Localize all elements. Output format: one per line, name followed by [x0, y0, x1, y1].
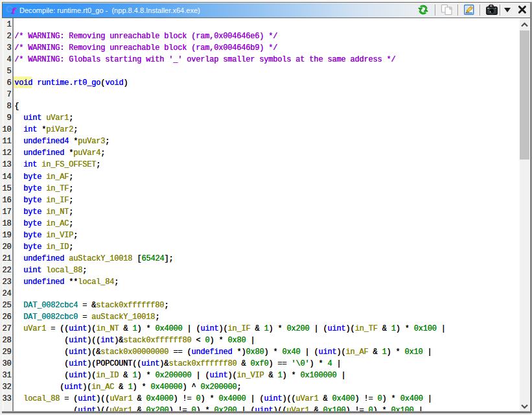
code-line[interactable]: uint local_88;	[14, 265, 445, 276]
toolbar-separator	[500, 5, 500, 16]
line-number: 25	[0, 300, 12, 311]
code-line[interactable]: byte in_VIP;	[14, 230, 445, 241]
window-title: Decompile: runtime.rt0_go - (npp.8.4.8.I…	[19, 3, 200, 18]
refresh-icon[interactable]	[418, 5, 428, 15]
code-line[interactable]: void runtime.rt0_go(void)	[14, 77, 445, 89]
line-number: 11	[0, 136, 12, 147]
code-line[interactable]: (uint)(POPCOUNT((uint)&stack0xffffff80 &…	[14, 358, 445, 370]
line-numbers: 1234567891011121314151617181920212223242…	[0, 19, 12, 405]
line-number: 1	[0, 19, 12, 30]
code-line[interactable]	[14, 65, 445, 77]
line-number: 13	[0, 159, 12, 171]
code-line[interactable]: byte in_AF;	[14, 171, 445, 183]
line-number: 31	[0, 370, 12, 381]
line-number: 21	[0, 253, 12, 265]
line-number: 22	[0, 265, 12, 276]
decompiled-source[interactable]: /* WARNING: Removing unreachable block (…	[14, 19, 445, 410]
line-number: 12	[0, 147, 12, 159]
line-number: 6	[0, 77, 12, 89]
svg-text:f: f	[11, 6, 17, 16]
code-line[interactable]: undefined **local_84;	[14, 276, 445, 288]
toolbar-separator	[480, 5, 480, 16]
line-number: 17	[0, 206, 12, 218]
code-line[interactable]: (uint)(in_ID & 1) * 0x200000 | (uint)(in…	[14, 370, 445, 381]
line-number: 8	[0, 101, 12, 112]
scrollbar-thumb[interactable]	[520, 30, 529, 160]
line-number: 2	[0, 30, 12, 42]
code-line[interactable]: int in_FS_OFFSET;	[14, 159, 445, 171]
line-number: 7	[0, 89, 12, 101]
code-line[interactable]	[14, 288, 445, 300]
scroll-down-icon[interactable]	[520, 403, 529, 410]
code-line[interactable]: byte in_IF;	[14, 195, 445, 206]
close-icon[interactable]	[517, 5, 527, 15]
code-line[interactable]: DAT_0082cbc0 = auStackY_10018;	[14, 311, 445, 323]
line-number: 32	[0, 381, 12, 393]
copy-icon[interactable]	[441, 5, 453, 15]
line-number: 18	[0, 218, 12, 230]
decompiler-panel: 1234567891011121314151617181920212223242…	[0, 18, 530, 411]
toolbar-separator	[457, 5, 458, 16]
code-line[interactable]: (uint)((int)&stack0xffffff80 < 0) * 0x80…	[14, 335, 445, 346]
toolbar-separator	[435, 5, 435, 16]
code-line[interactable]: {	[14, 101, 445, 112]
code-line[interactable]: /* WARNING: Removing unreachable block (…	[14, 42, 445, 54]
code-line[interactable]: undefined4 *puVar3;	[14, 136, 445, 147]
dropdown-arrow-icon[interactable]	[504, 8, 511, 12]
code-line[interactable]: local_88 = (uint)((uVar1 & 0x4000) != 0)…	[14, 393, 445, 405]
line-number: 30	[0, 358, 12, 370]
code-line[interactable]: int *piVar2;	[14, 124, 445, 136]
code-line[interactable]: byte in_AC;	[14, 218, 445, 230]
decompile-window: C f Decompile: runtime.rt0_go - (npp.8.4…	[0, 0, 532, 415]
line-number: 16	[0, 195, 12, 206]
line-number: 29	[0, 346, 12, 358]
line-number: 9	[0, 112, 12, 124]
camera-icon[interactable]	[486, 5, 498, 15]
code-line[interactable]: /* WARNING: Globals starting with '_' ov…	[14, 54, 445, 65]
code-line[interactable]: byte in_ID;	[14, 241, 445, 253]
code-line[interactable]: (uint)(in_AC & 1) * 0x40000) ^ 0x200000;	[14, 381, 445, 393]
line-number: 20	[0, 241, 12, 253]
code-line[interactable]: byte in_NT;	[14, 206, 445, 218]
titlebar[interactable]: C f Decompile: runtime.rt0_go - (npp.8.4…	[2, 2, 531, 18]
line-number: 26	[0, 311, 12, 323]
line-number: 19	[0, 230, 12, 241]
line-number: 27	[0, 323, 12, 335]
vertical-scrollbar[interactable]	[520, 18, 530, 411]
code-line[interactable]: byte in_TF;	[14, 183, 445, 195]
code-line[interactable]	[14, 89, 445, 101]
code-line[interactable]	[14, 19, 445, 30]
line-number: 23	[0, 276, 12, 288]
edit-icon[interactable]	[464, 5, 474, 15]
code-line[interactable]: undefined *puVar4;	[14, 147, 445, 159]
code-line[interactable]: DAT_0082cbc4 = &stack0xffffff80;	[14, 300, 445, 311]
line-number: 14	[0, 171, 12, 183]
code-line[interactable]: uint uVar1;	[14, 112, 445, 124]
line-number: 15	[0, 183, 12, 195]
code-line[interactable]: undefined auStackY_10018 [65424];	[14, 253, 445, 265]
scroll-up-icon[interactable]	[520, 21, 529, 29]
line-number: 5	[0, 65, 12, 77]
code-line[interactable]: (uint)((uVar1 & 0x200) != 0) * 0x200 | (…	[14, 405, 445, 411]
window-border-bottom	[2, 413, 531, 414]
code-line[interactable]: uVar1 = ((uint)(in_NT & 1) * 0x4000 | (u…	[14, 323, 445, 335]
line-number: 3	[0, 42, 12, 54]
code-line[interactable]: (uint)(&stack0x00000000 == (undefined *)…	[14, 346, 445, 358]
line-number: 24	[0, 288, 12, 300]
line-number: 4	[0, 54, 12, 65]
line-number: 28	[0, 335, 12, 346]
line-number: 33	[0, 393, 12, 405]
code-line[interactable]: /* WARNING: Removing unreachable block (…	[14, 30, 445, 42]
line-number: 10	[0, 124, 12, 136]
decompiler-icon: C f	[5, 4, 19, 18]
